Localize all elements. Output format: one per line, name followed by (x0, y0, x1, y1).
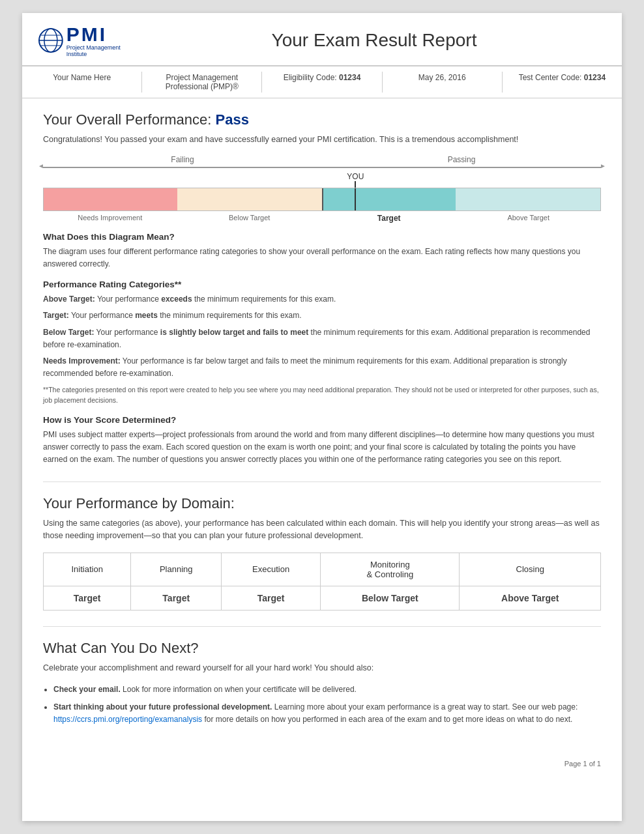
performance-chart: Failing Passing YOU (43, 155, 601, 223)
chart-arrow (43, 167, 601, 168)
label-needs-improvement: Needs Improvement (43, 214, 177, 223)
failing-label: Failing (43, 155, 322, 164)
section-divider-1 (43, 482, 601, 482)
chart-center-divider (322, 188, 323, 210)
logo-subtitle: Project Management Institute (66, 44, 142, 57)
info-test-center: Test Center Code: 01234 (503, 72, 622, 93)
label-above-target: Above Target (456, 214, 601, 223)
diagram-meaning-section: What Does this Diagram Mean? The diagram… (43, 232, 601, 270)
next-item-2: Start thinking about your future profess… (53, 701, 601, 726)
main-content: Your Overall Performance: Pass Congratul… (22, 98, 622, 755)
disclaimer-text: **The categories presented on this repor… (43, 385, 601, 406)
section-divider-2 (43, 626, 601, 627)
next-list: Check your email. Look for more informat… (53, 683, 601, 726)
chart-arrow-row (43, 167, 601, 168)
needs-improvement-text: Needs Improvement: Your performance is f… (43, 355, 601, 380)
domain-result-planning: Target (131, 586, 222, 610)
label-below-target: Below Target (177, 214, 322, 223)
diagram-meaning-text: The diagram uses four different performa… (43, 246, 601, 270)
label-target: Target (322, 214, 456, 223)
overall-description: Congratulations! You passed your exam an… (43, 134, 601, 146)
chart-top-labels: Failing Passing (43, 155, 601, 164)
perf-rating-section: Performance Rating Categories** Above Ta… (43, 280, 601, 406)
domain-title: Your Performance by Domain: (43, 495, 601, 512)
diagram-meaning-title: What Does this Diagram Mean? (43, 232, 601, 242)
logo-box: PMI Project Management Institute (38, 23, 142, 57)
domain-col-closing: Closing (460, 553, 601, 586)
overall-section: Your Overall Performance: Pass Congratul… (43, 111, 601, 466)
domain-result-execution: Target (222, 586, 321, 610)
bar-below-target (177, 188, 322, 210)
bar-above-target (456, 188, 600, 210)
you-label-row: YOU (43, 172, 601, 188)
domain-header-row: Initiation Planning Execution Monitoring… (44, 553, 601, 586)
globe-icon (38, 27, 64, 53)
score-text: PMI uses subject matter experts—project … (43, 429, 601, 467)
score-section: How is Your Score Determined? PMI uses s… (43, 415, 601, 467)
passing-label: Passing (322, 155, 601, 164)
info-exam: Project Management Professional (PMP)® (142, 72, 262, 93)
score-title: How is Your Score Determined? (43, 415, 601, 425)
domain-result-monitoring: Below Target (321, 586, 460, 610)
next-section: What Can You Do Next? Celebrate your acc… (43, 640, 601, 726)
logo-text-group: PMI Project Management Institute (66, 23, 142, 57)
next-intro: Celebrate your accomplishment and reward… (43, 662, 601, 674)
pmi-link[interactable]: https://ccrs.pmi.org/reporting/examanaly… (53, 715, 202, 724)
domain-col-initiation: Initiation (44, 553, 131, 586)
info-name: Your Name Here (22, 72, 142, 93)
domain-col-monitoring: Monitoring& Controling (321, 553, 460, 586)
target-text: Target: Your performance meets the minim… (43, 309, 601, 322)
next-item-1: Check your email. Look for more informat… (53, 683, 601, 696)
page-title: Your Exam Result Report (142, 30, 606, 51)
domain-col-planning: Planning (131, 553, 222, 586)
you-marker (355, 188, 356, 211)
bar-needs-improvement (44, 188, 177, 210)
above-target-text: Above Target: Your performance exceeds t… (43, 293, 601, 306)
info-date: May 26, 2016 (383, 72, 503, 93)
below-target-text: Below Target: Your performance is slight… (43, 326, 601, 351)
page-footer: Page 1 of 1 (22, 755, 622, 773)
info-bar: Your Name Here Project Management Profes… (22, 66, 622, 98)
chart-bars (43, 188, 601, 211)
chart-bottom-labels: Needs Improvement Below Target Target Ab… (43, 214, 601, 223)
domain-result-row: Target Target Target Below Target Above … (44, 586, 601, 610)
perf-rating-title: Performance Rating Categories** (43, 280, 601, 289)
next-title: What Can You Do Next? (43, 640, 601, 657)
you-label: YOU (347, 172, 364, 181)
logo-area: PMI Project Management Institute (38, 23, 142, 57)
domain-description: Using the same categories (as above), yo… (43, 517, 601, 542)
header: PMI Project Management Institute Your Ex… (22, 13, 622, 66)
domain-result-initiation: Target (44, 586, 131, 610)
domain-section: Your Performance by Domain: Using the sa… (43, 495, 601, 611)
overall-title: Your Overall Performance: Pass (43, 111, 601, 128)
page-number: Page 1 of 1 (564, 760, 601, 768)
domain-col-execution: Execution (222, 553, 321, 586)
info-eligibility: Eligibility Code: 01234 (262, 72, 382, 93)
report-page: PMI Project Management Institute Your Ex… (22, 13, 622, 821)
domain-result-closing: Above Target (460, 586, 601, 610)
bar-target (322, 188, 456, 210)
logo-pmi: PMI (66, 23, 107, 45)
domain-table: Initiation Planning Execution Monitoring… (43, 553, 601, 611)
result-badge: Pass (216, 111, 249, 128)
